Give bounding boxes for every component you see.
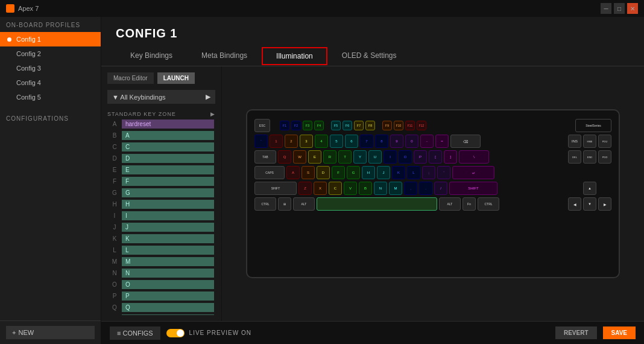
row-label: D xyxy=(109,155,121,162)
key-rctrl: CTRL xyxy=(478,197,499,211)
key-h: H xyxy=(362,166,375,179)
key-space xyxy=(317,197,437,211)
key-f9: F9 xyxy=(382,121,392,130)
app-icon xyxy=(6,4,14,13)
close-button[interactable]: ✕ xyxy=(627,3,638,14)
key-f12: F12 xyxy=(417,121,426,130)
save-button[interactable]: SAVE xyxy=(603,326,636,339)
key-value[interactable]: A xyxy=(122,131,214,140)
key-row: D D xyxy=(107,153,215,164)
key-row: L L xyxy=(107,244,215,256)
tab-meta-bindings[interactable]: Meta Bindings xyxy=(187,46,262,66)
key-slash: / xyxy=(434,182,447,195)
key-row: A hardreset xyxy=(107,118,215,130)
key-f11: F11 xyxy=(405,121,415,130)
new-label: NEW xyxy=(18,329,34,336)
profile-label: Config 1 xyxy=(16,36,41,43)
key-6: 6 xyxy=(345,135,358,148)
key-value[interactable]: M xyxy=(122,257,214,266)
key-semi: ; xyxy=(422,166,435,179)
sidebar-item-config3[interactable]: Config 3 xyxy=(0,61,101,75)
key-rbrace: ] xyxy=(444,150,457,164)
key-f6: F6 xyxy=(343,121,352,130)
app-body: ON-BOARD PROFILES Config 1 Config 2 Conf… xyxy=(0,17,644,344)
key-7: 7 xyxy=(360,135,373,148)
kb-zxcv-row: SHIFT Z X C V B N M , . / SHIFT xyxy=(254,182,611,195)
key-value[interactable]: D xyxy=(122,154,214,163)
minimize-button[interactable]: ─ xyxy=(601,3,611,14)
key-value[interactable]: C xyxy=(122,142,214,151)
row-label: H xyxy=(109,201,121,208)
key-win: ⊞ xyxy=(278,197,291,211)
key-y: Y xyxy=(353,150,367,164)
active-dot xyxy=(7,37,11,42)
row-label: Q xyxy=(109,304,121,311)
row-label: K xyxy=(109,235,121,242)
key-value[interactable]: P xyxy=(122,291,214,301)
key-value[interactable]: K xyxy=(122,234,214,243)
tab-illumination[interactable]: Illumination xyxy=(262,47,327,65)
key-value[interactable]: F xyxy=(122,177,214,186)
configs-button[interactable]: ≡ CONFIGS xyxy=(110,326,160,340)
key-w: W xyxy=(293,150,306,164)
key-n: N xyxy=(374,182,387,195)
sidebar-item-config5[interactable]: Config 5 xyxy=(0,90,101,104)
main-content: CONFIG 1 Key Bindings Meta Bindings Illu… xyxy=(101,17,644,344)
key-value[interactable]: hardreset xyxy=(122,119,214,129)
dot xyxy=(7,66,11,71)
plus-icon: + xyxy=(12,329,16,336)
zone-arrow-icon: ▶ xyxy=(210,111,215,117)
key-lbrace: [ xyxy=(429,150,442,164)
macro-editor-button[interactable]: Macro Editor xyxy=(107,72,154,84)
key-value[interactable]: G xyxy=(122,188,214,197)
key-esc: ESC xyxy=(254,119,270,132)
key-ralt: ALT xyxy=(439,197,461,211)
tab-key-bindings[interactable]: Key Bindings xyxy=(116,46,187,66)
live-preview-toggle[interactable] xyxy=(166,329,185,337)
key-value[interactable]: I xyxy=(122,211,214,220)
key-value[interactable]: J xyxy=(122,223,214,232)
key-equals: = xyxy=(435,135,449,148)
key-alt: ALT xyxy=(293,197,315,211)
key-value[interactable]: Q xyxy=(122,303,214,312)
key-left: ◀ xyxy=(568,197,581,211)
key-row: M M xyxy=(107,256,215,267)
key-row: O O xyxy=(107,279,215,290)
revert-button[interactable]: REVERT xyxy=(555,326,597,339)
key-backspace: ⌫ xyxy=(450,135,481,148)
key-backslash: \ xyxy=(459,150,489,164)
key-row: F F xyxy=(107,176,215,187)
titlebar: Apex 7 ─ □ ✕ xyxy=(0,0,644,17)
key-value[interactable]: N xyxy=(122,269,214,278)
sidebar-footer: + NEW xyxy=(0,320,101,344)
tab-oled-settings[interactable]: OLED & Settings xyxy=(327,46,411,66)
row-label: N xyxy=(109,270,121,276)
key-value[interactable]: L xyxy=(122,246,214,255)
sidebar-item-config4[interactable]: Config 4 xyxy=(0,75,101,90)
key-0: 0 xyxy=(405,135,418,148)
key-value[interactable]: E xyxy=(122,165,214,174)
key-up: ▲ xyxy=(583,182,596,195)
key-logo: SteelSeries xyxy=(575,119,611,132)
sidebar-item-config1[interactable]: Config 1 xyxy=(0,32,101,46)
sidebar-item-config2[interactable]: Config 2 xyxy=(0,46,101,61)
maximize-button[interactable]: □ xyxy=(614,3,625,14)
key-value[interactable]: R xyxy=(122,314,214,315)
key-enter: ↵ xyxy=(452,166,494,179)
key-k: K xyxy=(392,166,405,179)
key-i: I xyxy=(384,150,397,164)
key-f8: F8 xyxy=(365,121,375,130)
key-4: 4 xyxy=(315,135,328,148)
key-value[interactable]: O xyxy=(122,280,214,289)
key-o: O xyxy=(399,150,412,164)
launch-button[interactable]: LAUNCH xyxy=(157,72,195,84)
key-f2: F2 xyxy=(291,121,301,130)
keyboard-preview: ESC F1 F2 F3 F4 F5 F6 F7 F8 F9 F10 xyxy=(246,109,620,278)
keybind-selector[interactable]: ▼ All Keybindings ▶ xyxy=(107,90,215,104)
key-quote: ' xyxy=(437,166,450,179)
chevron-right-icon: ▶ xyxy=(206,93,210,101)
key-f7: F7 xyxy=(354,121,364,130)
row-label: C xyxy=(109,144,121,150)
key-value[interactable]: H xyxy=(122,200,214,209)
new-button[interactable]: + NEW xyxy=(6,326,95,339)
